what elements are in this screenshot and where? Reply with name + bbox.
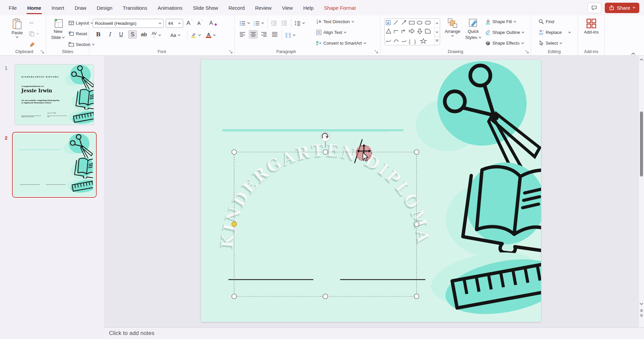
text-direction-button[interactable]: A Text Direction [316,17,354,26]
resize-handle-top-middle[interactable] [323,150,328,154]
change-case-button[interactable]: Aa [170,31,180,39]
line-spacing-icon [294,20,301,26]
resize-handle-bottom-right[interactable] [414,294,419,299]
shape-effects-label: Shape Effects [492,41,520,46]
paste-icon [12,18,22,30]
scrollbar-thumb[interactable] [640,111,643,177]
menu-draw[interactable]: Draw [74,5,86,11]
shape-fill-button[interactable]: Shape Fill [485,17,516,26]
vertical-scrollbar[interactable] [639,56,644,327]
find-label: Find [546,19,554,24]
bold-button[interactable]: B [94,30,103,39]
slide-2-canvas[interactable]: KINDERGARTEN DIPLOMA [201,60,541,322]
line-spacing-button[interactable] [294,19,305,27]
text-highlight-button[interactable] [191,31,201,39]
collapse-ribbon-button[interactable] [631,50,636,53]
menu-home[interactable]: Home [27,5,41,11]
shape-effects-button[interactable]: Shape Effects [485,39,524,47]
decrease-font-size-button[interactable]: Aˇ [197,19,203,27]
drawing-dialog-launcher[interactable] [525,50,529,54]
shape-outline-button[interactable]: Shape Outline [485,28,524,37]
clear-formatting-button[interactable]: A◆ [209,19,217,27]
find-button[interactable]: Find [538,17,554,26]
resize-handle-bottom-left[interactable] [232,294,236,299]
paragraph-dialog-launcher[interactable] [375,50,378,54]
increase-font-size-button[interactable]: Aˆ [186,19,193,27]
align-text-button[interactable]: Align Text [316,28,346,37]
menu-record[interactable]: Record [228,5,245,11]
paste-button[interactable]: Paste [7,18,27,38]
replace-label: Replace [546,30,562,35]
cut-button[interactable]: ✂ [30,19,34,27]
font-size-combobox[interactable]: 44 [166,19,183,28]
quick-styles-button[interactable]: Quick Styles [464,18,483,40]
clipboard-dialog-launcher[interactable] [41,50,44,54]
comments-button[interactable] [587,3,601,13]
menu-review[interactable]: Review [255,5,272,11]
addins-group: Add-ins Add-ins [578,15,605,55]
shapes-gallery[interactable]: A { } [384,18,440,45]
shapes-more-button[interactable] [434,36,440,45]
previous-slide-button[interactable] [640,308,643,312]
brush-underline-shape[interactable] [223,130,402,132]
shapes-scroll-up[interactable] [434,19,440,28]
align-text-label: Align Text [323,30,342,35]
menu-help[interactable]: Help [303,5,314,11]
arrange-button[interactable]: Arrange [443,18,462,37]
bullets-button[interactable] [239,19,250,27]
menu-design[interactable]: Design [97,5,112,11]
menu-animations[interactable]: Animations [158,5,182,11]
scroll-up-icon[interactable] [640,58,643,61]
numbering-button[interactable]: 123 [254,19,264,27]
replace-button[interactable]: bc Replace [538,28,571,37]
underline-button[interactable]: U [117,30,125,39]
slide-thumbnail-2-selected[interactable] [12,132,97,198]
italic-label: I [109,31,111,38]
text-direction-icon: A [316,19,322,25]
resize-handle-bottom-middle[interactable] [323,294,328,299]
columns-button[interactable] [285,31,296,39]
font-dialog-launcher[interactable] [229,50,233,54]
align-center-button[interactable] [249,30,258,39]
resize-handle-right-middle[interactable] [414,222,419,227]
strikethrough-button[interactable]: ab [140,30,148,39]
text-shadow-button[interactable]: S [128,30,137,39]
shapes-scroll-down[interactable] [434,28,440,36]
align-left-button[interactable] [238,30,247,39]
adjustment-handle-yellow[interactable] [232,222,236,227]
new-slide-button[interactable]: New Slide [48,18,68,40]
decrease-indent-button[interactable] [271,19,277,27]
rotate-handle[interactable] [321,133,330,142]
font-color-button[interactable]: A [206,31,216,39]
menu-transitions[interactable]: Transitions [123,5,147,11]
select-button[interactable]: Select [538,39,562,47]
justify-icon [272,32,278,37]
slide-thumbnail-1[interactable]: KINDERGARTEN DIPLOMA Congratulations to … [14,64,94,125]
notes-pane[interactable]: Click to add notes [104,327,644,339]
watermark-arc-text[interactable]: KINDERGARTEN DIPLOMA [217,140,434,249]
clipboard-group: Paste ✂ Clipboard [3,15,46,55]
resize-handle-top-right[interactable] [414,150,419,154]
menu-slide-show[interactable]: Slide Show [193,5,218,11]
font-family-combobox[interactable]: Rockwell (Headings) [93,19,164,28]
shape-icons: A { } [385,19,434,45]
menu-insert[interactable]: Insert [52,5,64,11]
italic-button[interactable]: I [105,30,114,39]
menu-file[interactable]: File [9,5,17,11]
increase-indent-button[interactable] [281,19,287,27]
menu-shape-format[interactable]: Shape Format [324,5,356,11]
justify-button[interactable] [270,30,279,39]
new-slide-icon [53,18,63,28]
menu-view[interactable]: View [282,5,293,11]
addins-button[interactable]: Add-ins [582,18,601,35]
copy-button[interactable] [29,30,39,38]
share-button[interactable]: Share [605,3,639,13]
align-right-button[interactable] [260,30,268,39]
convert-to-smartart-button[interactable]: Convert to SmartArt [316,39,366,47]
format-painter-button[interactable] [30,40,35,49]
next-slide-button[interactable] [640,314,643,318]
resize-handle-top-left[interactable] [232,150,236,154]
reset-button[interactable]: Reset [68,30,87,38]
character-spacing-button[interactable]: AV↔ [152,31,161,39]
scroll-down-icon[interactable] [640,302,643,306]
